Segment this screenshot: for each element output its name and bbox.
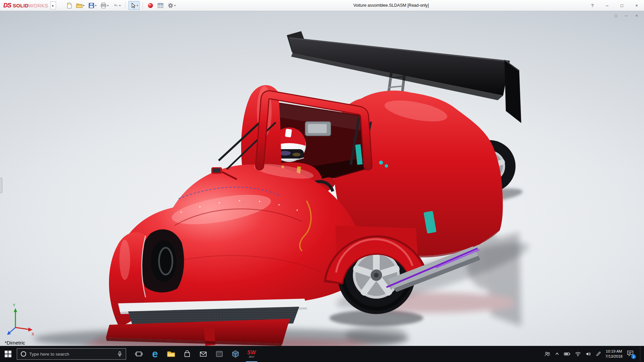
view-orientation-label: *Dimetric	[5, 340, 25, 346]
dropdown-caret-icon: ▾	[95, 4, 97, 7]
triad-x-label: X	[32, 332, 34, 337]
maximize-button[interactable]: □	[614, 0, 629, 11]
taskbar-clock[interactable]: 10:19 AM 7/13/2018	[605, 349, 623, 359]
doc-restore-button[interactable]: □	[613, 13, 619, 18]
solidworks-app-button[interactable]: SW 2017	[244, 346, 260, 362]
window-app-icon	[215, 350, 224, 358]
window-app-button[interactable]	[211, 346, 227, 362]
select-cursor-icon	[130, 2, 136, 9]
options-button[interactable]: ▾	[166, 1, 177, 10]
cube-app-icon	[231, 350, 240, 358]
battery-icon[interactable]	[564, 352, 571, 356]
store-app-button[interactable]	[179, 346, 195, 362]
mail-icon	[199, 350, 208, 358]
task-view-icon	[135, 350, 143, 358]
ds-logo-icon: DS	[3, 2, 11, 9]
store-icon	[183, 350, 192, 358]
minimize-button[interactable]: –	[600, 0, 614, 11]
show-desktop-button[interactable]	[640, 346, 642, 362]
solidworks-logo: DSSOLIDWORKS	[0, 2, 50, 9]
open-document-button[interactable]: ▾	[75, 1, 86, 10]
undo-icon	[112, 2, 119, 9]
doc-close-button[interactable]: ×	[634, 13, 639, 18]
open-folder-icon	[76, 2, 83, 9]
flyout-arrow-icon: ▸	[52, 4, 54, 7]
edge-icon: e	[152, 349, 158, 359]
volume-icon[interactable]	[585, 351, 591, 357]
dropdown-caret-icon: ▾	[119, 4, 121, 7]
cyan-detail	[385, 164, 388, 168]
toolbar-separator	[143, 2, 143, 9]
windows-taskbar: e	[0, 346, 644, 362]
graphics-viewport[interactable]: □ ─ ×	[0, 11, 644, 346]
new-document-button[interactable]	[65, 1, 74, 10]
model-3d-race-car[interactable]: Y X	[0, 11, 644, 346]
doc-minimize-button[interactable]: ─	[624, 13, 629, 18]
clock-date: 7/13/2018	[605, 354, 623, 359]
titlebar: DSSOLIDWORKS ▸ ▾ ▾ ▾ ▾	[0, 0, 644, 11]
appearance-button[interactable]	[146, 1, 155, 10]
new-document-icon	[66, 2, 72, 9]
close-button[interactable]: ×	[629, 0, 644, 11]
select-tool-button[interactable]: ▾	[128, 1, 140, 10]
orientation-triad: Y X	[7, 303, 34, 337]
search-input[interactable]	[29, 352, 114, 357]
brand-solid-text: SOLID	[13, 3, 29, 8]
dropdown-caret-icon: ▾	[174, 4, 176, 7]
save-button[interactable]: ▾	[87, 1, 98, 10]
start-button[interactable]	[0, 346, 16, 362]
cyan-detail	[379, 161, 383, 165]
file-explorer-button[interactable]	[163, 346, 179, 362]
print-icon	[100, 2, 107, 9]
menu-flyout-button[interactable]: ▸	[50, 1, 56, 9]
triad-y-label: Y	[13, 303, 15, 308]
document-window-controls: □ ─ ×	[613, 13, 639, 18]
solidworks-app-icon: SW 2017	[247, 350, 256, 358]
save-floppy-icon	[88, 2, 95, 9]
undo-button[interactable]: ▾	[111, 1, 122, 10]
options-gear-icon	[167, 2, 174, 9]
people-icon[interactable]	[544, 351, 550, 357]
taskbar-apps: e	[131, 346, 260, 362]
hidden-icons-chevron[interactable]	[555, 352, 559, 356]
front-splitter[interactable]	[106, 299, 307, 346]
pen-icon[interactable]	[596, 351, 601, 357]
mail-app-button[interactable]	[195, 346, 211, 362]
brand-works-text: WORKS	[29, 3, 48, 8]
appearance-sphere-icon	[147, 2, 154, 9]
dropdown-caret-icon: ▾	[107, 4, 109, 7]
microphone-icon[interactable]	[117, 351, 123, 357]
edge-app-button[interactable]: e	[147, 346, 163, 362]
window-controls: ? – □ ×	[585, 0, 644, 11]
toolbar-separator	[125, 2, 125, 9]
quick-access-toolbar: ▾ ▾ ▾ ▾ ▾	[65, 1, 177, 10]
cortana-icon	[21, 351, 26, 357]
left-front-wheel-arch[interactable]	[140, 229, 184, 292]
dropdown-caret-icon: ▾	[137, 4, 138, 7]
design-table-button[interactable]	[156, 1, 165, 10]
print-button[interactable]: ▾	[99, 1, 110, 10]
system-tray: 10:19 AM 7/13/2018 2	[544, 346, 644, 362]
window-title: Voiture assomblee.SLDASM [Read-only]	[353, 3, 429, 8]
solidworks-window: DSSOLIDWORKS ▸ ▾ ▾ ▾ ▾	[0, 0, 644, 362]
clock-time: 10:19 AM	[605, 349, 623, 354]
wifi-icon[interactable]	[575, 351, 581, 357]
action-center-button[interactable]: 2	[627, 350, 634, 358]
help-button[interactable]: ?	[585, 0, 600, 11]
dropdown-caret-icon: ▾	[83, 4, 85, 7]
sw-letters: SW	[247, 350, 256, 355]
design-table-icon	[157, 2, 164, 9]
sw-year: 2017	[249, 356, 255, 358]
file-explorer-icon	[166, 349, 176, 359]
taskbar-search[interactable]	[17, 348, 126, 360]
panel-splitter-handle[interactable]	[0, 178, 2, 193]
notification-badge: 2	[631, 354, 636, 359]
task-view-button[interactable]	[131, 346, 147, 362]
windows-logo-icon	[5, 351, 11, 357]
cube-app-button[interactable]	[227, 346, 244, 362]
